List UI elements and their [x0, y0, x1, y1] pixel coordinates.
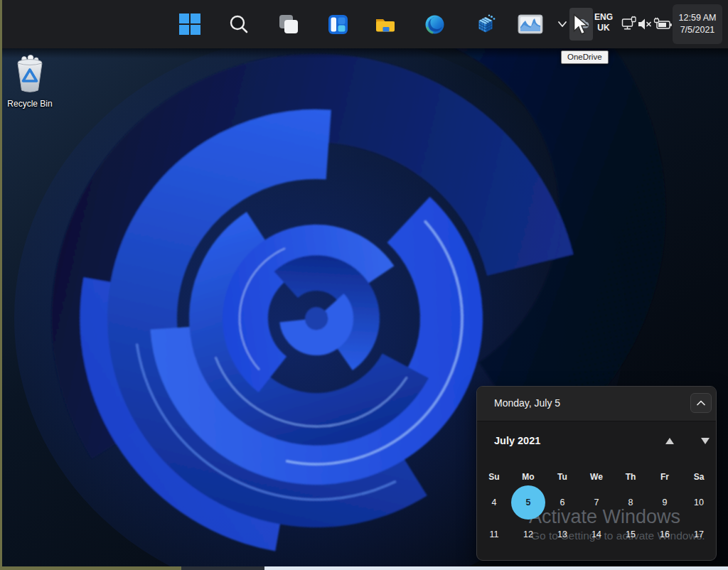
file-explorer-icon: [374, 14, 397, 35]
calendar-day[interactable]: 17: [682, 518, 716, 550]
mouse-cursor: [572, 14, 592, 39]
calendar-month-row: July 2021: [477, 434, 716, 451]
calendar-flyout: Activate Windows Go to Settings to activ…: [476, 386, 717, 561]
screen-edge-strip-bottom: [0, 566, 728, 570]
task-view-icon: [278, 14, 299, 35]
volume-tray-button[interactable]: [636, 16, 653, 33]
taskbar-shadow: [0, 48, 728, 58]
calendar-prev-month-button[interactable]: [665, 438, 674, 444]
chevron-down-icon: [557, 20, 568, 28]
weekday-label: Fr: [648, 468, 682, 486]
calendar-day[interactable]: 14: [579, 518, 614, 550]
calendar-day[interactable]: 8: [614, 486, 648, 518]
language-indicator[interactable]: ENG UK: [592, 9, 616, 39]
edge-icon: [424, 14, 446, 36]
calendar-week-row: 4 5 6 7 8 9 10: [477, 486, 716, 518]
file-explorer-button[interactable]: [371, 10, 400, 38]
calendar-next-month-button[interactable]: [701, 438, 710, 444]
weekday-label: We: [579, 468, 614, 486]
calendar-week-row: 11 12 13 14 15 16 17: [477, 518, 716, 550]
weekday-label: Th: [614, 468, 648, 486]
calendar-day[interactable]: 15: [614, 518, 648, 550]
search-button[interactable]: [225, 10, 253, 38]
calendar-day[interactable]: 10: [682, 486, 716, 518]
calendar-weekday-row: Su Mo Tu We Th Fr Sa: [477, 468, 716, 486]
widgets-button[interactable]: [323, 10, 352, 38]
cube-app-button[interactable]: [471, 10, 500, 38]
battery-charging-icon: [653, 16, 673, 33]
calendar-day[interactable]: 7: [579, 486, 614, 518]
calendar-date-label: Monday, July 5: [494, 397, 560, 409]
widgets-icon: [327, 14, 349, 36]
windows-logo-icon: [178, 12, 202, 36]
recycle-bin-label: Recycle Bin: [1, 99, 58, 109]
weekday-label: Su: [477, 468, 511, 486]
calendar-day[interactable]: 12: [511, 518, 545, 550]
clock-time: 12:59 AM: [679, 12, 717, 24]
cube-app-icon: [475, 14, 497, 36]
calendar-collapse-button[interactable]: [690, 393, 712, 413]
start-button[interactable]: [176, 10, 204, 38]
calendar-day[interactable]: 9: [648, 486, 682, 518]
recycle-bin-icon: [10, 54, 50, 95]
show-hidden-icons-button[interactable]: [554, 17, 571, 31]
calendar-day[interactable]: 11: [477, 518, 511, 550]
windows-desktop-screen: Recycle Bin: [0, 0, 728, 570]
weekday-label: Mo: [511, 468, 545, 486]
weekday-label: Tu: [545, 468, 579, 486]
calendar-header: Monday, July 5: [477, 387, 716, 421]
onedrive-tooltip: OneDrive: [561, 50, 609, 64]
calendar-day[interactable]: 16: [648, 518, 682, 550]
calendar-day[interactable]: 13: [545, 518, 579, 550]
taskbar: ENG UK: [0, 0, 728, 48]
calendar-month-label: July 2021: [494, 435, 540, 446]
screen-edge-strip-left: [0, 0, 2, 566]
calendar-day[interactable]: 6: [545, 486, 579, 518]
search-icon: [228, 14, 250, 35]
chevron-up-icon: [696, 399, 706, 407]
language-line2: UK: [592, 23, 616, 33]
recycle-bin-desktop-icon[interactable]: Recycle Bin: [1, 54, 58, 109]
clock-tray-button[interactable]: 12:59 AM 7/5/2021: [673, 4, 722, 44]
network-tray-button[interactable]: [621, 16, 638, 33]
calendar-day-selected[interactable]: 5: [511, 486, 545, 518]
weekday-label: Sa: [682, 468, 716, 486]
task-manager-icon: [518, 14, 543, 34]
clock-date: 7/5/2021: [680, 24, 715, 36]
network-icon: [621, 16, 638, 33]
task-view-button[interactable]: [274, 10, 303, 38]
battery-tray-button[interactable]: [653, 16, 673, 33]
volume-muted-icon: [636, 16, 653, 33]
edge-browser-button[interactable]: [420, 10, 449, 38]
task-manager-button[interactable]: [516, 10, 545, 38]
calendar-day[interactable]: 4: [477, 486, 511, 518]
language-line1: ENG: [592, 12, 616, 23]
